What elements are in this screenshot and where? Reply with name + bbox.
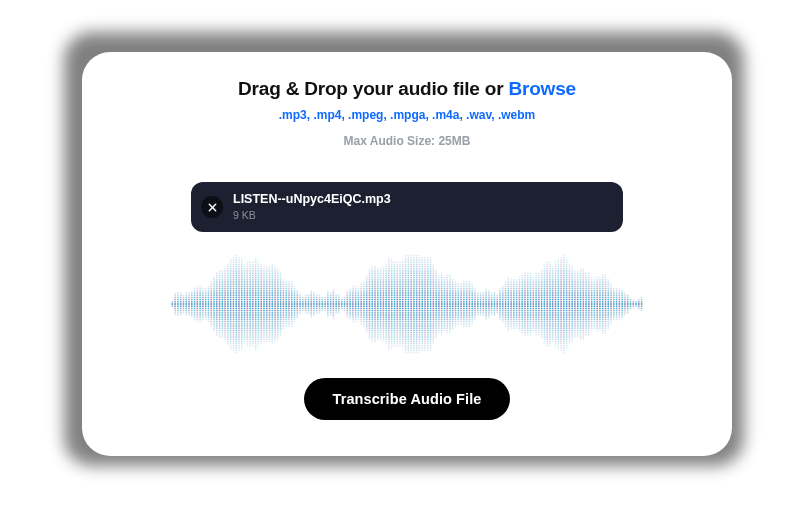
svg-point-1160 xyxy=(288,309,290,311)
svg-point-3415 xyxy=(549,289,551,291)
svg-point-2972 xyxy=(505,316,507,318)
svg-point-2073 xyxy=(407,320,409,322)
svg-point-1857 xyxy=(394,298,396,300)
svg-point-235 xyxy=(216,289,218,291)
svg-point-1540 xyxy=(369,289,371,291)
svg-point-244 xyxy=(216,325,218,327)
svg-point-2032 xyxy=(405,325,407,327)
svg-point-4162 xyxy=(616,311,618,313)
svg-point-1320 xyxy=(327,307,329,309)
svg-point-2667 xyxy=(452,314,454,316)
svg-point-4208 xyxy=(627,303,629,305)
svg-point-1610 xyxy=(374,287,376,289)
svg-point-3848 xyxy=(580,272,582,274)
svg-point-2284 xyxy=(421,305,423,307)
svg-point-3527 xyxy=(557,314,559,316)
svg-point-342 xyxy=(224,272,226,274)
svg-point-2129 xyxy=(410,272,412,274)
svg-point-1441 xyxy=(355,289,357,291)
svg-point-3529 xyxy=(557,316,559,318)
svg-point-4024 xyxy=(599,309,601,311)
remove-file-button[interactable] xyxy=(201,196,223,218)
svg-point-3998 xyxy=(596,296,598,298)
svg-point-1965 xyxy=(399,265,401,267)
svg-point-737 xyxy=(252,329,254,331)
svg-point-1082 xyxy=(280,300,282,302)
svg-point-3451 xyxy=(552,311,554,313)
svg-point-3675 xyxy=(566,270,568,272)
svg-point-3992 xyxy=(594,327,596,329)
svg-point-2549 xyxy=(441,303,443,305)
svg-point-2792 xyxy=(469,289,471,291)
svg-point-376 xyxy=(227,333,229,335)
svg-point-2573 xyxy=(441,329,443,331)
svg-point-2026 xyxy=(405,318,407,320)
svg-point-3780 xyxy=(574,278,576,280)
svg-point-2718 xyxy=(457,283,459,285)
svg-point-2139 xyxy=(410,261,412,263)
svg-point-178 xyxy=(210,303,212,305)
svg-point-957 xyxy=(269,320,271,322)
svg-point-1645 xyxy=(377,287,379,289)
svg-point-3867 xyxy=(582,287,584,289)
svg-point-634 xyxy=(244,342,246,344)
svg-point-2666 xyxy=(452,292,454,294)
svg-point-2984 xyxy=(507,298,509,300)
svg-point-801 xyxy=(258,309,260,311)
svg-point-2702 xyxy=(457,300,459,302)
svg-point-2817 xyxy=(471,285,473,287)
svg-point-2785 xyxy=(469,307,471,309)
upload-card[interactable]: Drag & Drop your audio file or Browse .m… xyxy=(82,52,732,456)
svg-point-2070 xyxy=(407,287,409,289)
svg-point-287 xyxy=(221,298,223,300)
svg-point-4052 xyxy=(602,292,604,294)
svg-point-2346 xyxy=(424,278,426,280)
svg-point-3744 xyxy=(571,325,573,327)
svg-point-76 xyxy=(191,294,193,296)
svg-point-4126 xyxy=(610,309,612,311)
svg-point-1743 xyxy=(385,314,387,316)
svg-point-3697 xyxy=(569,314,571,316)
svg-point-54 xyxy=(185,294,187,296)
svg-point-980 xyxy=(271,307,273,309)
svg-point-3884 xyxy=(582,336,584,338)
svg-point-2059 xyxy=(407,305,409,307)
svg-point-3418 xyxy=(549,318,551,320)
svg-point-2913 xyxy=(494,296,496,298)
svg-point-2380 xyxy=(427,316,429,318)
svg-point-548 xyxy=(238,340,240,342)
svg-point-3728 xyxy=(571,307,573,309)
svg-point-4059 xyxy=(602,320,604,322)
svg-point-3829 xyxy=(580,311,582,313)
svg-point-381 xyxy=(227,265,229,267)
svg-point-628 xyxy=(244,336,246,338)
svg-point-2533 xyxy=(438,289,440,291)
svg-point-163 xyxy=(208,305,210,307)
svg-point-2692 xyxy=(455,316,457,318)
svg-point-1186 xyxy=(291,289,293,291)
svg-point-1169 xyxy=(288,285,290,287)
svg-point-2122 xyxy=(410,325,412,327)
svg-point-108 xyxy=(196,289,198,291)
svg-point-1399 xyxy=(349,300,351,302)
svg-point-213 xyxy=(213,318,215,320)
svg-point-3983 xyxy=(594,287,596,289)
browse-link[interactable]: Browse xyxy=(508,78,575,99)
transcribe-button[interactable]: Transcribe Audio File xyxy=(304,378,509,420)
svg-point-4180 xyxy=(619,289,621,291)
svg-point-324 xyxy=(224,292,226,294)
svg-point-3113 xyxy=(521,287,523,289)
svg-point-800 xyxy=(258,296,260,298)
svg-point-2689 xyxy=(455,292,457,294)
svg-point-1519 xyxy=(366,283,368,285)
svg-point-1011 xyxy=(271,263,273,265)
svg-point-2772 xyxy=(466,316,468,318)
svg-point-2708 xyxy=(457,294,459,296)
svg-point-1981 xyxy=(402,314,404,316)
svg-point-1385 xyxy=(346,303,348,305)
svg-point-1639 xyxy=(377,294,379,296)
svg-point-3543 xyxy=(557,331,559,333)
svg-point-571 xyxy=(241,318,243,320)
svg-point-1612 xyxy=(374,285,376,287)
svg-point-124 xyxy=(199,314,201,316)
